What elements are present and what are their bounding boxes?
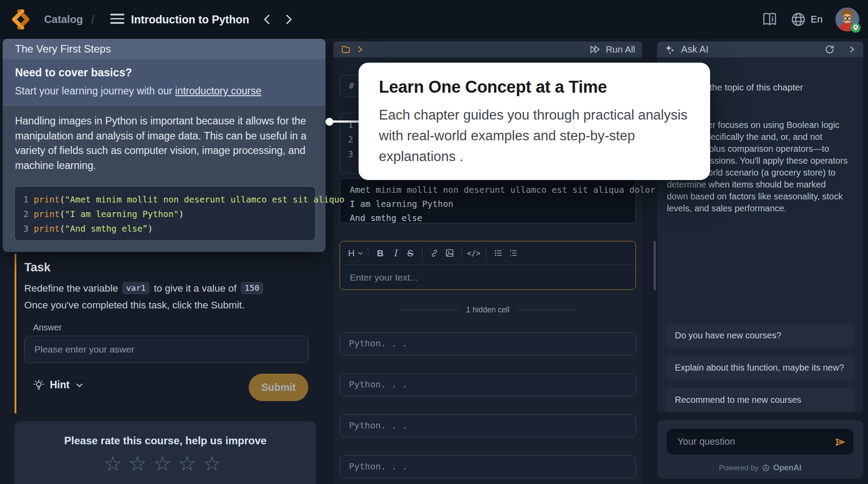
toolbar-divider: [486, 248, 486, 259]
numbered-list-icon: 1 2: [509, 248, 518, 258]
callout-title: Need to cover basics?: [15, 66, 313, 79]
heading-button[interactable]: H: [348, 246, 363, 261]
prev-chapter-icon[interactable]: [261, 13, 273, 26]
divider-line: [517, 310, 576, 310]
link-icon: [430, 249, 439, 258]
heading-label: H: [348, 248, 355, 259]
variable-chip: var1: [122, 282, 150, 294]
bold-button[interactable]: B: [373, 246, 388, 261]
glossary-book-icon[interactable]: [761, 11, 778, 27]
hint-bulb-icon: [33, 379, 45, 391]
rating-stars: ☆☆☆☆☆: [15, 451, 316, 476]
toolbar-divider: [461, 248, 462, 259]
submit-button[interactable]: Submit: [249, 374, 308, 401]
italic-button[interactable]: I: [388, 246, 403, 261]
answer-input[interactable]: [24, 336, 309, 363]
hint-toggle[interactable]: Hint: [33, 379, 84, 391]
chevron-down-icon: [75, 381, 84, 390]
chapters-menu-icon[interactable]: [110, 14, 124, 25]
editor-toolbar: H B I S: [340, 241, 636, 265]
star-icon[interactable]: ☆: [202, 451, 227, 476]
rating-card: Please rate this course, help us improve…: [15, 421, 316, 484]
language-label[interactable]: En: [811, 0, 823, 39]
star-icon[interactable]: ☆: [104, 451, 128, 476]
output-line: I am learning Python: [350, 197, 636, 211]
value-chip: 150: [241, 282, 263, 294]
suggestion-chip[interactable]: Explain about this function, maybe its n…: [665, 356, 855, 379]
cell-placeholder: Python. . .: [349, 338, 407, 349]
bullet-list-button[interactable]: [490, 246, 505, 261]
image-button[interactable]: [442, 246, 457, 261]
brand-logo-icon[interactable]: [9, 8, 33, 31]
empty-python-cell[interactable]: Python. . .: [340, 455, 636, 478]
avatar[interactable]: [835, 8, 859, 31]
cell-placeholder: Python. . .: [349, 461, 407, 472]
refresh-icon[interactable]: [824, 44, 835, 55]
introductory-course-link[interactable]: introductory course: [175, 85, 262, 97]
star-icon[interactable]: ☆: [128, 451, 153, 476]
code-line: 1 print("Amet minim mollit non deserunt …: [23, 192, 315, 207]
breadcrumb-separator: /: [91, 0, 94, 39]
rating-title: Please rate this course, help us improve: [15, 435, 316, 447]
ask-ai-input-card: Powered by OpenAI: [657, 420, 863, 479]
basics-callout: Need to cover basics? Start your learnin…: [3, 59, 326, 106]
hint-label: Hint: [50, 379, 70, 391]
run-all-icon: [589, 44, 602, 55]
lesson-paragraph: Handling images in Python is important b…: [15, 114, 320, 173]
code-line: 3 print("And smthg else”): [23, 221, 315, 236]
chevron-down-icon: [357, 250, 363, 256]
numbered-list-button[interactable]: 1 2: [505, 246, 520, 261]
folder-icon[interactable]: [340, 44, 351, 55]
question-input-wrap: [667, 429, 853, 454]
breadcrumb-catalog[interactable]: Catalog: [44, 0, 83, 39]
empty-python-cell[interactable]: Python. . .: [340, 414, 636, 437]
answer-label: Answer: [33, 323, 62, 333]
openai-brand-label: OpenAI: [773, 463, 801, 473]
sparkles-icon: [664, 44, 676, 55]
star-icon[interactable]: ☆: [153, 451, 178, 476]
ask-ai-header: Ask AI: [657, 41, 863, 57]
code-button[interactable]: </>: [466, 246, 481, 261]
code-line: 2 print("I am learning Python"): [23, 207, 315, 221]
summary-line: down based on factors like seasonality, …: [667, 191, 848, 203]
link-button[interactable]: [427, 246, 442, 261]
collapse-panel-icon[interactable]: [847, 45, 856, 54]
empty-python-cell[interactable]: Python. . .: [340, 373, 636, 396]
collapse-chevron-icon[interactable]: [355, 45, 364, 54]
suggestion-chip[interactable]: Do you have new courses?: [665, 323, 855, 347]
tooltip-body: Each chapter guides you through practica…: [379, 105, 690, 167]
suggestion-chip[interactable]: Recommend to me new courses: [665, 388, 855, 412]
editor-text-area[interactable]: Enter your text...: [340, 265, 636, 289]
cell-output: Amet minim mollit non deserunt ullamco e…: [340, 178, 636, 223]
onboarding-tooltip: Learn One Concept at a Time Each chapter…: [359, 63, 710, 180]
lesson-step-title: The Very First Steps: [3, 39, 326, 59]
language-globe-icon[interactable]: [790, 11, 806, 27]
app-window: Catalog / Introduction to Python En: [0, 0, 868, 484]
empty-python-cell[interactable]: Python. . .: [340, 332, 636, 355]
scrollbar-thumb[interactable]: [654, 241, 656, 290]
svg-text:1: 1: [509, 249, 511, 252]
task-instruction-text: to give it a value of: [151, 283, 236, 294]
next-chapter-icon[interactable]: [282, 13, 295, 26]
send-icon[interactable]: [833, 435, 847, 449]
toolbar-divider: [422, 248, 423, 259]
run-all-button[interactable]: Run All: [589, 44, 635, 55]
strikethrough-button[interactable]: S: [403, 246, 418, 261]
powered-by: Powered by OpenAI: [657, 463, 863, 473]
run-all-label: Run All: [606, 44, 635, 55]
hidden-cell-label: 1 hidden cell: [466, 305, 509, 315]
lesson-step-card: The Very First Steps Need to cover basic…: [3, 39, 326, 252]
top-bar: Catalog / Introduction to Python En: [0, 0, 868, 39]
hidden-cell-divider[interactable]: 1 hidden cell: [333, 305, 642, 315]
svg-text:2: 2: [509, 254, 511, 257]
image-icon: [445, 248, 454, 258]
question-input[interactable]: [667, 429, 853, 454]
star-icon[interactable]: ☆: [178, 451, 202, 476]
summary-line: determine when items should be marked: [667, 179, 848, 191]
divider-line: [400, 310, 458, 310]
avatar-badge-pin-icon: [850, 23, 861, 33]
bullet-list-icon: [494, 248, 503, 258]
openai-logo-icon: [762, 464, 770, 472]
cell-placeholder: Python. . .: [349, 420, 407, 431]
course-title: Introduction to Python: [131, 0, 249, 39]
